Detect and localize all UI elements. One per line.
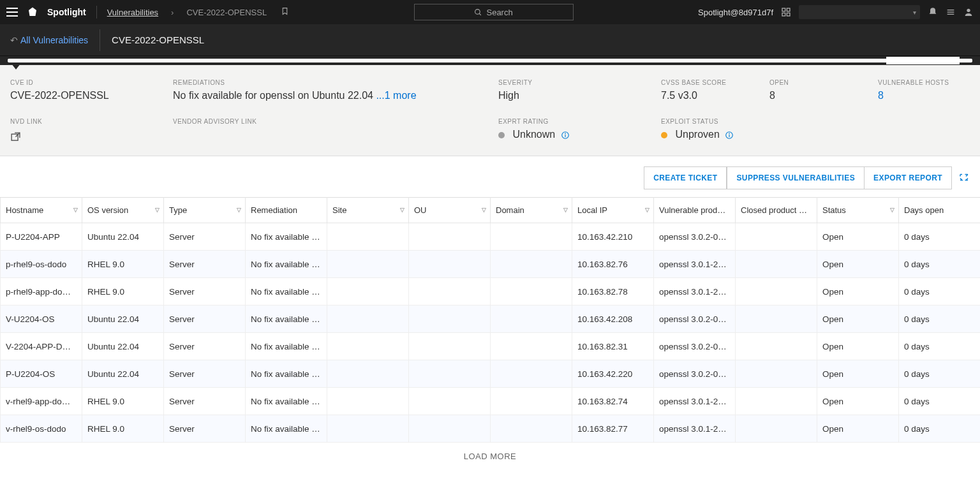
- table-row[interactable]: v-rhel9-os-dodoRHEL 9.0ServerNo fix avai…: [1, 415, 981, 443]
- cell-ou: [409, 305, 491, 333]
- field-exploit: EXPLOIT STATUS Unproven: [661, 118, 970, 144]
- cell-closed_prod: [736, 305, 817, 333]
- cell-hostname: p-rhel9-app-do…: [1, 278, 82, 305]
- nvd-link-label: NVD LINK: [10, 118, 173, 125]
- bell-icon[interactable]: [928, 7, 938, 17]
- remediations-label: REMEDIATIONS: [173, 79, 498, 86]
- cell-days_open: 0 days: [899, 278, 981, 305]
- cell-os: RHEL 9.0: [82, 278, 164, 305]
- cell-domain: [491, 415, 572, 443]
- filter-icon[interactable]: ▽: [155, 207, 160, 213]
- open-label: OPEN: [769, 79, 878, 86]
- cell-status: Open: [817, 333, 899, 360]
- col-closed-prod[interactable]: Closed product …: [736, 198, 817, 223]
- svg-rect-2: [782, 8, 785, 11]
- account-selector[interactable]: ▾: [799, 5, 920, 19]
- bookmark-icon[interactable]: [281, 6, 289, 18]
- info-icon[interactable]: [561, 131, 570, 140]
- col-ou[interactable]: OU▽: [409, 198, 491, 223]
- back-link[interactable]: ↶ All Vulnerabilities: [10, 29, 100, 51]
- col-days-open[interactable]: Days open: [899, 198, 981, 223]
- info-icon[interactable]: [725, 131, 734, 140]
- col-type[interactable]: Type▽: [164, 198, 246, 223]
- col-os[interactable]: OS version▽: [82, 198, 164, 223]
- cell-vuln_prod: openssl 3.0.1-20…: [654, 388, 736, 415]
- cvss-label: CVSS BASE SCORE: [661, 79, 769, 86]
- breadcrumb-parent[interactable]: Vulnerabilities: [107, 8, 158, 17]
- vuln-hosts-label: VULNERABLE HOSTS: [878, 79, 970, 86]
- table-row[interactable]: V-2204-APP-D…Ubuntu 22.04ServerNo fix av…: [1, 333, 981, 360]
- field-cvss: CVSS BASE SCORE 7.5 v3.0: [661, 79, 769, 101]
- cell-domain: [491, 223, 572, 251]
- col-local-ip[interactable]: Local IP▽: [572, 198, 654, 223]
- cell-local_ip: 10.163.42.210: [572, 223, 654, 251]
- cell-hostname: v-rhel9-app-do…: [1, 388, 82, 415]
- field-vendor-adv: VENDOR ADVISORY LINK: [173, 118, 498, 144]
- table-row[interactable]: P-U2204-APPUbuntu 22.04ServerNo fix avai…: [1, 223, 981, 251]
- cell-days_open: 0 days: [899, 388, 981, 415]
- col-site[interactable]: Site▽: [327, 198, 409, 223]
- severity-value: High: [498, 90, 661, 101]
- cell-hostname: V-2204-APP-D…: [1, 333, 82, 360]
- remediations-value: No fix available for openssl on Ubuntu 2…: [173, 90, 498, 101]
- user-icon[interactable]: [963, 7, 974, 17]
- table-row[interactable]: P-U2204-OSUbuntu 22.04ServerNo fix avail…: [1, 360, 981, 388]
- col-vuln-prod[interactable]: Vulnerable prod…: [654, 198, 736, 223]
- col-status[interactable]: Status▽: [817, 198, 899, 223]
- cell-ou: [409, 223, 491, 251]
- page-title: CVE-2022-OPENSSL: [112, 34, 204, 45]
- table-row[interactable]: p-rhel9-app-do…RHEL 9.0ServerNo fix avai…: [1, 278, 981, 305]
- filter-icon[interactable]: ▽: [400, 207, 405, 213]
- cell-type: Server: [164, 360, 246, 388]
- cell-hostname: V-U2204-OS: [1, 305, 82, 333]
- table-row[interactable]: v-rhel9-app-do…RHEL 9.0ServerNo fix avai…: [1, 388, 981, 415]
- suppress-button[interactable]: SUPPRESS VULNERABILITIES: [727, 166, 865, 189]
- table-row[interactable]: V-U2204-OSUbuntu 22.04ServerNo fix avail…: [1, 305, 981, 333]
- cell-type: Server: [164, 388, 246, 415]
- cell-hostname: P-U2204-OS: [1, 360, 82, 388]
- col-hostname[interactable]: Hostname▽: [1, 198, 82, 223]
- exprt-value: Unknown: [498, 129, 661, 140]
- cell-os: RHEL 9.0: [82, 251, 164, 278]
- cell-days_open: 0 days: [899, 360, 981, 388]
- cell-status: Open: [817, 305, 899, 333]
- col-remediation[interactable]: Remediation: [246, 198, 327, 223]
- filter-icon[interactable]: ▽: [482, 207, 486, 213]
- cell-closed_prod: [736, 251, 817, 278]
- cell-local_ip: 10.163.82.77: [572, 415, 654, 443]
- cell-type: Server: [164, 333, 246, 360]
- export-report-button[interactable]: EXPORT REPORT: [865, 166, 952, 189]
- stack-icon[interactable]: [946, 7, 956, 17]
- exploit-value: Unproven: [661, 129, 970, 140]
- cell-domain: [491, 360, 572, 388]
- hosts-table: Hostname▽ OS version▽ Type▽ Remediation …: [0, 197, 980, 443]
- filter-icon[interactable]: ▽: [645, 207, 650, 213]
- remediations-more-link[interactable]: ...1 more: [376, 90, 416, 101]
- sub-header: ↶ All Vulnerabilities CVE-2022-OPENSSL: [0, 24, 980, 56]
- vuln-hosts-value[interactable]: 8: [878, 90, 970, 101]
- cell-status: Open: [817, 415, 899, 443]
- external-link-icon[interactable]: [10, 131, 21, 144]
- cell-vuln_prod: openssl 3.0.2-0…: [654, 360, 736, 388]
- vendor-adv-label: VENDOR ADVISORY LINK: [173, 118, 498, 125]
- create-ticket-button[interactable]: CREATE TICKET: [644, 166, 727, 189]
- search-input[interactable]: Search: [414, 4, 574, 20]
- table-row[interactable]: p-rhel9-os-dodoRHEL 9.0ServerNo fix avai…: [1, 251, 981, 278]
- filter-icon[interactable]: ▽: [563, 207, 568, 213]
- dashboard-icon[interactable]: [781, 7, 791, 17]
- filter-icon[interactable]: ▽: [890, 207, 895, 213]
- filter-icon[interactable]: ▽: [237, 207, 241, 213]
- menu-icon[interactable]: [6, 8, 18, 17]
- cell-remediation: No fix available …: [246, 333, 327, 360]
- cell-remediation: No fix available …: [246, 223, 327, 251]
- field-vuln-hosts: VULNERABLE HOSTS 8: [878, 79, 970, 101]
- cell-vuln_prod: openssl 3.0.2-0…: [654, 305, 736, 333]
- topbar: Spotlight Vulnerabilities › CVE-2022-OPE…: [0, 0, 980, 24]
- load-more-button[interactable]: LOAD MORE: [0, 443, 980, 470]
- field-remediations: REMEDIATIONS No fix available for openss…: [173, 79, 498, 101]
- expand-icon[interactable]: [958, 172, 970, 185]
- back-label: All Vulnerabilities: [20, 35, 88, 45]
- col-domain[interactable]: Domain▽: [491, 198, 572, 223]
- filter-icon[interactable]: ▽: [73, 207, 78, 213]
- cell-domain: [491, 305, 572, 333]
